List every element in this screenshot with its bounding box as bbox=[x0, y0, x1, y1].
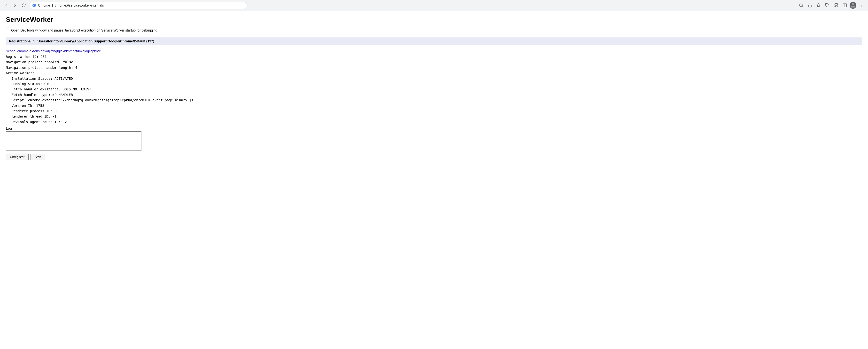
address-bar[interactable]: Chrome | chrome://serviceworker-internal… bbox=[29, 2, 247, 9]
url-text: Chrome bbox=[38, 3, 50, 7]
forward-button[interactable] bbox=[11, 2, 19, 9]
url-separator: | bbox=[52, 3, 53, 7]
search-button[interactable] bbox=[797, 1, 805, 9]
renderer-thread-id: Renderer thread ID: -1 bbox=[11, 114, 862, 119]
registration-id: Registration ID: 231 bbox=[6, 54, 862, 59]
page-content: ServiceWorker Open DevTools window and p… bbox=[0, 11, 868, 170]
avatar[interactable] bbox=[849, 2, 857, 9]
debug-label[interactable]: Open DevTools window and pause JavaScrip… bbox=[11, 28, 158, 32]
svg-point-11 bbox=[861, 5, 862, 6]
navigation-bar: Chrome | chrome://serviceworker-internal… bbox=[0, 0, 868, 11]
debug-checkbox-row: Open DevTools window and pause JavaScrip… bbox=[6, 28, 862, 32]
svg-point-10 bbox=[861, 4, 862, 4]
nav-preload-enabled: Navigation preload enabled: false bbox=[6, 59, 862, 65]
version-id: Version ID: 1753 bbox=[11, 103, 862, 108]
svg-point-2 bbox=[34, 5, 35, 6]
toolbar-right bbox=[797, 1, 865, 9]
reload-button[interactable] bbox=[20, 2, 27, 9]
bookmark-button[interactable] bbox=[815, 1, 823, 9]
log-section: Log: bbox=[6, 126, 862, 151]
button-row: Unregister Start bbox=[6, 154, 862, 160]
split-button[interactable] bbox=[841, 1, 848, 9]
renderer-process-id: Renderer process ID: 0 bbox=[11, 108, 862, 114]
start-button[interactable]: Start bbox=[31, 154, 45, 160]
chrome-icon bbox=[32, 3, 36, 7]
nav-preload-header-length: Navigation preload header length: 4 bbox=[6, 65, 862, 70]
log-textarea[interactable] bbox=[6, 132, 142, 151]
worker-details: Installation Status: ACTIVATED Running S… bbox=[11, 76, 862, 125]
fetch-handler-existence: Fetch handler existence: DOES_NOT_EXIST bbox=[11, 87, 862, 92]
page-title: ServiceWorker bbox=[6, 16, 862, 24]
active-worker-label: Active worker: bbox=[6, 70, 862, 76]
debug-checkbox[interactable] bbox=[6, 29, 9, 32]
scope-link[interactable]: Scope: chrome-extension://djjmngfglakhkh… bbox=[6, 49, 862, 53]
fetch-handler-type: Fetch handler type: NO_HANDLER bbox=[11, 92, 862, 97]
log-label: Log: bbox=[6, 126, 862, 130]
back-button[interactable] bbox=[3, 2, 10, 9]
script: Script: chrome-extension://djjmngfglakhk… bbox=[11, 97, 862, 103]
extensions-button[interactable] bbox=[824, 1, 831, 9]
registration-entry: Scope: chrome-extension://djjmngfglakhkh… bbox=[6, 49, 862, 160]
devtools-agent-route-id: DevTools agent route ID: -2 bbox=[11, 119, 862, 124]
info-section: Registration ID: 231 Navigation preload … bbox=[6, 54, 862, 76]
running-status: Running Status: STOPPED bbox=[11, 81, 862, 87]
menu-button[interactable] bbox=[857, 1, 865, 9]
browser-chrome: Chrome | chrome://serviceworker-internal… bbox=[0, 0, 868, 11]
installation-status: Installation Status: ACTIVATED bbox=[11, 76, 862, 81]
url-value: chrome://serviceworker-internals bbox=[55, 3, 104, 7]
unregister-button[interactable]: Unregister bbox=[6, 154, 29, 160]
svg-marker-5 bbox=[817, 4, 820, 7]
registrations-header: Registrations in: /Users/forinton/Librar… bbox=[6, 37, 862, 45]
svg-point-12 bbox=[861, 6, 862, 7]
cast-button[interactable] bbox=[832, 1, 840, 9]
share-button[interactable] bbox=[806, 1, 814, 9]
svg-point-3 bbox=[800, 4, 802, 6]
